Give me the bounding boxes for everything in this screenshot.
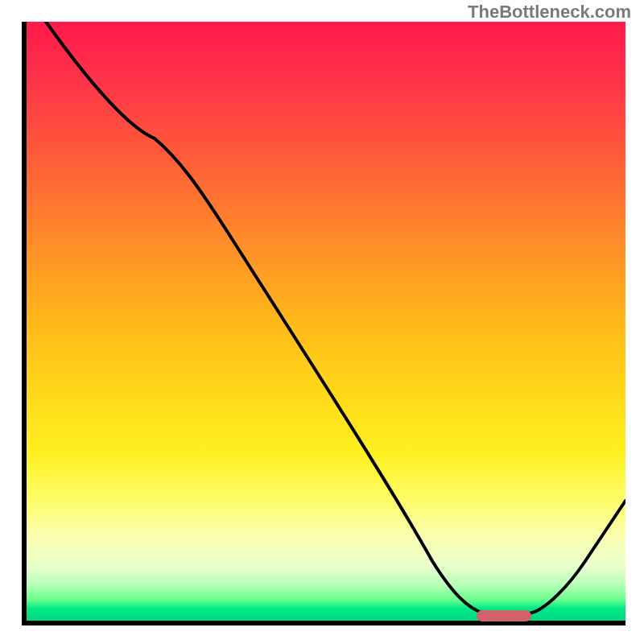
optimal-marker (477, 610, 531, 621)
plot-area (22, 22, 625, 625)
watermark: TheBottleneck.com (468, 2, 631, 23)
bottleneck-chart: TheBottleneck.com (0, 0, 644, 644)
